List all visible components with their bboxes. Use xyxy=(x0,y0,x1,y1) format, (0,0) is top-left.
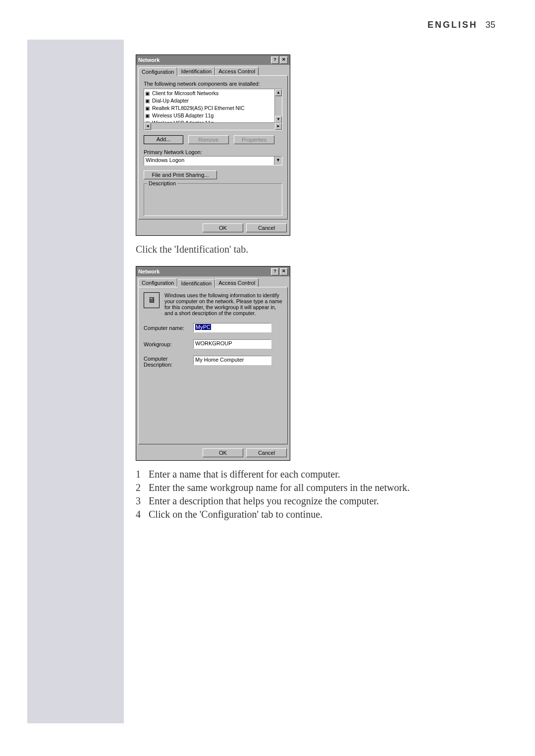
scroll-left-icon[interactable]: ◄ xyxy=(144,123,151,130)
horizontal-scrollbar[interactable]: ◄ ► xyxy=(144,122,282,130)
computer-name-label: Computer name: xyxy=(144,325,188,331)
step-text: Click on the 'Configuration' tab to cont… xyxy=(149,509,322,520)
primary-logon-label: Primary Network Logon: xyxy=(144,149,282,155)
primary-logon-value: Windows Logon xyxy=(144,157,274,165)
close-button[interactable]: ✕ xyxy=(280,56,288,64)
step-number: 2 xyxy=(136,482,149,493)
tab-configuration[interactable]: Configuration xyxy=(138,278,177,287)
tab-body-identification: 🖥 Windows uses the following information… xyxy=(138,287,288,444)
chevron-down-icon[interactable]: ▼ xyxy=(274,157,282,165)
titlebar: Network ? ✕ xyxy=(136,55,290,65)
components-installed-label: The following network components are ins… xyxy=(144,81,282,87)
tab-identification[interactable]: Identification xyxy=(177,67,215,75)
remove-button[interactable]: Remove xyxy=(188,135,229,144)
description-legend: Description xyxy=(147,180,177,186)
tab-access-control[interactable]: Access Control xyxy=(215,67,259,75)
tab-configuration[interactable]: Configuration xyxy=(138,67,177,76)
step-number: 4 xyxy=(136,509,149,520)
step-text: Enter a description that helps you recog… xyxy=(149,495,379,507)
adapter-icon: ▣ xyxy=(145,105,152,112)
properties-button[interactable]: Properties xyxy=(234,135,274,144)
tab-access-control[interactable]: Access Control xyxy=(215,278,259,287)
cancel-button[interactable]: Cancel xyxy=(246,223,287,232)
description-groupbox: Description xyxy=(144,183,282,216)
help-button[interactable]: ? xyxy=(271,268,279,275)
step-text: Enter a name that is different for each … xyxy=(149,469,340,480)
tab-strip: Configuration Identification Access Cont… xyxy=(136,276,290,287)
list-item[interactable]: ▣Wireless USB Adapter 11g xyxy=(145,112,281,119)
help-button[interactable]: ? xyxy=(271,56,279,64)
ok-button[interactable]: OK xyxy=(203,448,243,457)
scroll-up-icon[interactable]: ▲ xyxy=(275,89,282,96)
identification-info-text: Windows uses the following information t… xyxy=(164,292,282,316)
cancel-button[interactable]: Cancel xyxy=(246,448,287,457)
file-print-sharing-button[interactable]: File and Print Sharing... xyxy=(144,170,217,179)
computer-description-input[interactable]: My Home Computer xyxy=(193,356,271,365)
scroll-right-icon[interactable]: ► xyxy=(275,123,282,130)
numbered-steps: 1Enter a name that is different for each… xyxy=(136,469,492,520)
step-text: Enter the same workgroup name for all co… xyxy=(149,482,410,493)
dialog-title: Network xyxy=(138,57,160,63)
step-number: 3 xyxy=(136,495,149,507)
primary-logon-dropdown[interactable]: Windows Logon ▼ xyxy=(144,156,282,165)
dialog-title: Network xyxy=(138,269,160,274)
instruction-caption: Click the 'Identification' tab. xyxy=(136,244,492,255)
client-icon: ▣ xyxy=(145,90,152,97)
network-dialog-identification: Network ? ✕ Configuration Identification… xyxy=(136,266,290,461)
language-label: ENGLISH xyxy=(428,20,478,30)
list-item[interactable]: ▣Dial-Up Adapter xyxy=(145,97,281,105)
left-sidebar xyxy=(27,40,124,723)
scroll-down-icon[interactable]: ▼ xyxy=(275,116,282,123)
computer-description-label: Computer Description: xyxy=(144,356,188,368)
computer-icon: 🖥 xyxy=(144,292,160,308)
tab-identification[interactable]: Identification xyxy=(177,279,215,287)
adapter-icon: ▣ xyxy=(145,112,152,119)
list-item[interactable]: ▣Client for Microsoft Networks xyxy=(145,90,281,97)
page-number: 35 xyxy=(485,20,495,30)
list-item[interactable]: ▣Realtek RTL8029(AS) PCI Ethernet NIC xyxy=(145,105,281,112)
computer-name-input[interactable]: MyPC xyxy=(193,323,271,332)
components-listbox[interactable]: ▣Client for Microsoft Networks ▣Dial-Up … xyxy=(144,89,282,130)
content-area: Network ? ✕ Configuration Identification… xyxy=(136,54,492,522)
page-header: ENGLISH 35 xyxy=(428,20,495,30)
tab-strip: Configuration Identification Access Cont… xyxy=(136,65,290,75)
workgroup-label: Workgroup: xyxy=(144,341,188,347)
network-dialog-configuration: Network ? ✕ Configuration Identification… xyxy=(136,54,290,236)
adapter-icon: ▣ xyxy=(145,98,152,105)
ok-button[interactable]: OK xyxy=(203,223,243,232)
tab-body-configuration: The following network components are ins… xyxy=(138,75,288,219)
add-button[interactable]: Add... xyxy=(144,135,183,144)
titlebar: Network ? ✕ xyxy=(136,267,290,276)
workgroup-input[interactable]: WORKGROUP xyxy=(193,339,271,349)
step-number: 1 xyxy=(136,469,149,480)
vertical-scrollbar[interactable]: ▲ ▼ xyxy=(274,89,282,123)
close-button[interactable]: ✕ xyxy=(280,268,288,275)
